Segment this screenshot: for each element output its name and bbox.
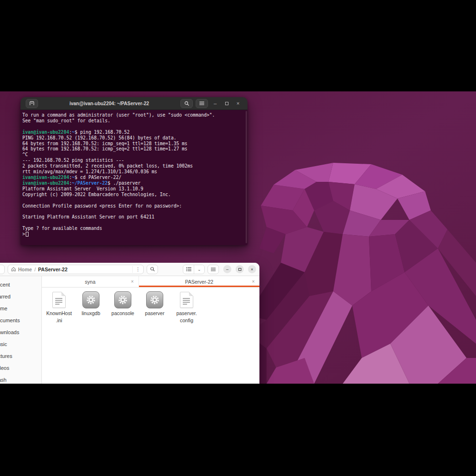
terminal-title: ivan@ivan-ubu2204: ~/PAServer-22 bbox=[40, 101, 179, 106]
terminal-text: 2 packets transmitted, 2 received, 0% pa… bbox=[22, 163, 193, 169]
path-bar[interactable]: Home / PAServer-22 ⋮ bbox=[8, 265, 144, 274]
tab-close-icon[interactable]: × bbox=[252, 279, 255, 284]
terminal-close-button[interactable]: × bbox=[232, 97, 244, 110]
file-item-paserver[interactable]: paserver bbox=[141, 290, 169, 317]
terminal-line: ivan@ivan-ubu2204:~$ ping 192.168.70.52 bbox=[22, 129, 246, 135]
terminal-line: PING 192.168.70.52 (192.168.70.52) 56(84… bbox=[22, 135, 246, 141]
terminal-scrollbar[interactable] bbox=[246, 111, 247, 243]
list-view-button[interactable] bbox=[183, 265, 194, 274]
files-window: ‹ › Home / PAServer-22 ⋮ bbox=[0, 263, 259, 384]
terminal-text: 64 bytes from 192.168.70.52: icmp_seq=1 … bbox=[22, 141, 188, 146]
terminal-titlebar[interactable]: ivan@ivan-ubu2204: ~/PAServer-22 – × bbox=[20, 97, 248, 110]
terminal-line: ivan@ivan-ubu2204:~$ cd PAServer-22/ bbox=[22, 175, 246, 180]
files-search-button[interactable] bbox=[147, 265, 158, 274]
files-menu-button[interactable] bbox=[208, 265, 219, 274]
terminal-line: ivan@ivan-ubu2204:~/PAServer-22$ ./paser… bbox=[22, 180, 246, 186]
view-options-dropdown[interactable]: ⌄ bbox=[194, 265, 204, 274]
terminal-line bbox=[22, 208, 246, 214]
terminal-line bbox=[22, 198, 246, 203]
terminal-text: Starting Platform Assistant Server on po… bbox=[22, 214, 154, 219]
files-close-button[interactable]: × bbox=[248, 265, 256, 273]
terminal-minimize-button[interactable]: – bbox=[209, 97, 221, 110]
sidebar-item-recent[interactable]: ◷Recent bbox=[0, 279, 41, 291]
sidebar-item-home[interactable]: ⌂Home bbox=[0, 303, 41, 315]
home-icon bbox=[11, 267, 16, 272]
terminal-cursor bbox=[26, 232, 29, 237]
maximize-icon bbox=[225, 102, 228, 105]
file-item-KnownHost-ini[interactable]: KnownHost.ini bbox=[45, 290, 73, 323]
list-view-icon bbox=[186, 267, 191, 271]
sidebar-item-label: Recent bbox=[0, 282, 10, 288]
terminal-line bbox=[22, 220, 246, 226]
tab-bar: syna×PAServer-22× bbox=[42, 276, 259, 288]
files-maximize-button[interactable] bbox=[236, 265, 244, 273]
terminal-text: $ ping 192.168.70.52 bbox=[75, 129, 130, 135]
hamburger-icon bbox=[199, 101, 204, 105]
file-label: linuxgdb bbox=[81, 311, 100, 317]
terminal-line: rtt min/avg/max/mdev = 1.274/1.310/1.346… bbox=[22, 169, 246, 175]
terminal-output[interactable]: To run a command as administrator (user … bbox=[20, 110, 248, 245]
sidebar-item-music[interactable]: ♪Music bbox=[0, 338, 41, 350]
terminal-new-tab-button[interactable] bbox=[26, 99, 38, 108]
sidebar-item-label: Music bbox=[0, 341, 7, 347]
path-menu-button[interactable]: ⋮ bbox=[132, 266, 140, 273]
terminal-text: To run a command as administrator (user … bbox=[22, 112, 215, 118]
terminal-text: Copyright (c) 2009-2022 Embarcadero Tech… bbox=[22, 192, 171, 197]
sidebar-item-label: Starred bbox=[0, 294, 10, 299]
tab-icon bbox=[29, 101, 35, 106]
executable-gear-icon bbox=[146, 290, 163, 309]
sidebar-item-starred[interactable]: ☆Starred bbox=[0, 291, 41, 303]
terminal-menu-button[interactable] bbox=[196, 99, 208, 108]
tab-label: PAServer-22 bbox=[185, 279, 213, 285]
path-separator: / bbox=[34, 267, 36, 272]
text-file-icon bbox=[180, 290, 193, 309]
tab-close-icon[interactable]: × bbox=[131, 279, 134, 284]
terminal-text: ^C bbox=[22, 152, 28, 157]
terminal-text: ivan@ivan-ubu2204 bbox=[22, 175, 69, 180]
files-minimize-button[interactable]: – bbox=[223, 265, 231, 273]
terminal-search-button[interactable] bbox=[180, 99, 193, 108]
forward-button[interactable]: › bbox=[0, 265, 5, 274]
terminal-text: See "man sudo_root" for details. bbox=[22, 118, 110, 123]
sidebar-item-documents[interactable]: ▤Documents bbox=[0, 315, 41, 327]
terminal-text: Platform Assistant Server Version 13.1.1… bbox=[22, 186, 143, 191]
terminal-text: > bbox=[22, 231, 25, 237]
sidebar-item-label: Home bbox=[0, 306, 7, 311]
terminal-line: See "man sudo_root" for details. bbox=[22, 118, 246, 124]
file-item-paconsole[interactable]: paconsole bbox=[109, 290, 137, 317]
file-item-linuxgdb[interactable]: linuxgdb bbox=[77, 290, 105, 317]
file-label: config bbox=[180, 318, 193, 324]
desktop: ivan@ivan-ubu2204: ~/PAServer-22 – × To … bbox=[0, 91, 476, 384]
terminal-line: 2 packets transmitted, 2 received, 0% pa… bbox=[22, 163, 246, 169]
file-item-paserver-config[interactable]: paserver.config bbox=[173, 290, 200, 323]
terminal-text: $ cd PAServer-22/ bbox=[75, 175, 121, 180]
files-headerbar[interactable]: ‹ › Home / PAServer-22 ⋮ bbox=[0, 263, 259, 276]
terminal-line: ^C bbox=[22, 152, 246, 158]
tab-label: syna bbox=[85, 279, 95, 285]
file-grid[interactable]: KnownHost.inilinuxgdbpaconsolepaserverpa… bbox=[42, 288, 259, 323]
file-label: paserver. bbox=[176, 311, 197, 317]
terminal-text: ivan@ivan-ubu2204 bbox=[22, 129, 69, 135]
terminal-line: Starting Platform Assistant Server on po… bbox=[22, 214, 246, 220]
sidebar-item-label: Videos bbox=[0, 365, 9, 371]
search-icon bbox=[150, 267, 155, 272]
file-label: .ini bbox=[56, 318, 62, 324]
terminal-line: 64 bytes from 192.168.70.52: icmp_seq=2 … bbox=[22, 146, 246, 152]
search-icon bbox=[184, 101, 189, 106]
sidebar-item-trash[interactable]: ▣Trash bbox=[0, 374, 41, 384]
terminal-maximize-button[interactable] bbox=[221, 97, 232, 110]
path-home[interactable]: Home bbox=[18, 267, 32, 272]
sidebar-item-pictures[interactable]: ▦Pictures bbox=[0, 350, 41, 362]
file-label: KnownHost bbox=[46, 311, 72, 317]
tab-paserver-22[interactable]: PAServer-22× bbox=[139, 276, 259, 287]
terminal-line: Connection Profile password <press Enter… bbox=[22, 203, 246, 209]
terminal-line: 64 bytes from 192.168.70.52: icmp_seq=1 … bbox=[22, 141, 246, 147]
tab-syna[interactable]: syna× bbox=[42, 276, 139, 287]
sidebar-item-videos[interactable]: ▶Videos bbox=[0, 362, 41, 374]
sidebar-item-downloads[interactable]: ↓Downloads bbox=[0, 327, 41, 338]
path-current-folder[interactable]: PAServer-22 bbox=[38, 267, 68, 272]
terminal-text: rtt min/avg/max/mdev = 1.274/1.310/1.346… bbox=[22, 169, 157, 174]
chevron-down-icon: ⌄ bbox=[198, 267, 201, 272]
terminal-line: > bbox=[22, 231, 246, 237]
terminal-line: Type ? for available commands bbox=[22, 226, 246, 231]
